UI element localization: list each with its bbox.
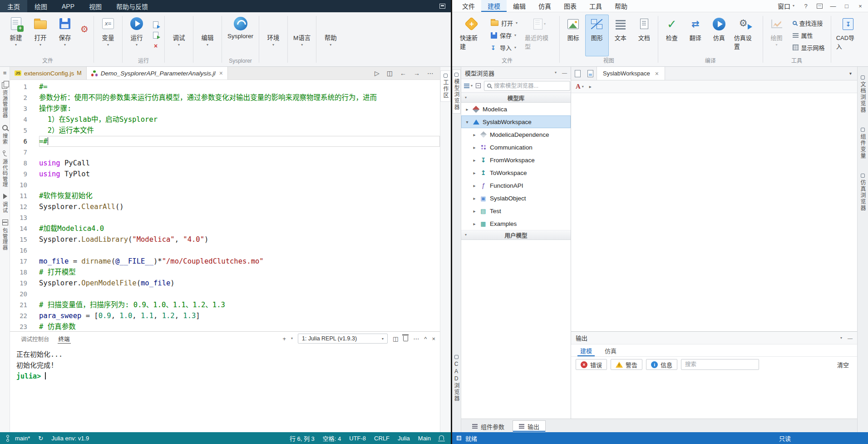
activity-item-package[interactable]: 包管理器	[1, 219, 9, 250]
expand-arrow-icon[interactable]: ▸	[472, 158, 477, 163]
tree-item-modelicadependence[interactable]: ▸ModelicaDependence	[461, 128, 571, 141]
maximize-panel-icon[interactable]: ^	[424, 335, 427, 342]
tab-debug-console[interactable]: 调试控制台	[16, 332, 54, 345]
text-view-button[interactable]: 文本	[609, 15, 632, 56]
plot-button[interactable]: 绘图▾	[765, 15, 789, 56]
collapse-arrow-icon[interactable]: ▾	[465, 120, 469, 125]
stop-button[interactable]: ×	[151, 42, 161, 50]
clear-output-button[interactable]: 清空	[833, 360, 853, 369]
canvas-tab-syslabworkspace[interactable]: SyslabWorkspace ×	[597, 67, 665, 80]
editor-tab-extensionconfig[interactable]: JS extensionConfig.js M	[10, 67, 87, 80]
activity-item-explorer[interactable]: 资源管理器	[1, 81, 9, 119]
menu-tab-tools[interactable]: 工具	[583, 0, 608, 12]
text-style-tool[interactable]: A▾	[576, 83, 584, 90]
diagram-canvas[interactable]	[571, 93, 857, 331]
more-icon[interactable]: ⋯	[413, 335, 419, 342]
settings-tool-button[interactable]: ⚙	[77, 22, 92, 36]
language-status[interactable]: Julia	[394, 432, 414, 444]
doc-view-button[interactable]: 文档	[632, 15, 656, 56]
activity-item-debug[interactable]: 调试	[1, 193, 9, 213]
quick-new-button[interactable]: 快速新建	[457, 15, 487, 56]
panel-dropdown-icon[interactable]: ▾	[555, 71, 557, 75]
errors-filter-button[interactable]: 错误	[576, 359, 607, 370]
tree-item-fromworkspace[interactable]: ▸FromWorkspace	[461, 154, 571, 166]
split-terminal-icon[interactable]: ◫	[393, 335, 398, 342]
menu-tab-simulation[interactable]: 仿真	[532, 0, 557, 12]
terminal-dropdown-icon[interactable]: ▾	[291, 337, 293, 340]
model-search-box[interactable]	[484, 81, 570, 91]
output-tab-simulation[interactable]: 仿真	[599, 344, 622, 356]
ribbon-tab-feedback[interactable]: 帮助与反馈	[109, 0, 155, 12]
editor-tab-demo-sysplorerapi[interactable]: Demo_SysplorerAPI_ParameterAnalysis.jl ×	[87, 67, 228, 80]
minimize-icon[interactable]: —	[826, 0, 840, 12]
icon-view-button[interactable]: 图标	[562, 15, 585, 56]
expand-arrow-icon[interactable]: ▸	[472, 209, 477, 214]
new-button[interactable]: 新建▾	[4, 14, 28, 57]
eol-status[interactable]: CRLF	[370, 432, 394, 444]
icon-page-button[interactable]	[584, 67, 597, 80]
output-search-box[interactable]	[681, 359, 759, 370]
menu-tab-file[interactable]: 文件	[456, 0, 481, 12]
bottom-tab-component-parameters[interactable]: 组件参数	[466, 420, 511, 432]
expand-arrow-icon[interactable]: ▸	[472, 221, 477, 226]
simulate-button[interactable]: 仿真	[707, 15, 731, 56]
diagram-view-button[interactable]: 图形	[585, 15, 609, 56]
expand-arrow-icon[interactable]: ▸	[472, 145, 477, 150]
warnings-filter-button[interactable]: 警告	[611, 359, 642, 370]
menu-tab-modeling[interactable]: 建模	[481, 0, 507, 12]
library-section-header[interactable]: ▾ 模型库	[461, 93, 571, 103]
ribbon-tab-plot[interactable]: 绘图	[27, 0, 54, 12]
run-section-button[interactable]	[151, 31, 161, 40]
tab-list-icon[interactable]: ▾	[844, 67, 857, 80]
run-button[interactable]: 运行▾	[124, 14, 149, 57]
sysplorer-button[interactable]: Sysplorer	[224, 14, 257, 57]
close-icon[interactable]: ×	[853, 0, 867, 12]
expand-arrow-icon[interactable]: ▸	[472, 170, 477, 175]
collapse-panel-icon[interactable]: —	[848, 335, 853, 341]
pin-ribbon-button[interactable]	[813, 0, 826, 12]
side-tab-simulation-browser[interactable]: 仿真浏览器	[858, 170, 867, 215]
help-button[interactable]: 帮助▾	[318, 14, 343, 57]
collapse-ribbon-button[interactable]	[434, 0, 451, 12]
close-panel-icon[interactable]: ×	[432, 335, 435, 342]
bottom-tab-output[interactable]: 输出	[513, 420, 546, 432]
tree-item-test[interactable]: ▸Test	[461, 205, 571, 217]
tree-item-communication[interactable]: ▸Communication	[461, 141, 571, 154]
cursor-position-status[interactable]: 行 6, 列 3	[286, 432, 319, 444]
side-tab-component-variables[interactable]: 组件变量	[858, 125, 867, 162]
tree-item-functionapi[interactable]: ▸FunctionAPI	[461, 179, 571, 192]
environment-button[interactable]: 环境▾	[261, 14, 286, 57]
edit-button[interactable]: 编辑▾	[195, 14, 220, 57]
output-search-input[interactable]	[685, 361, 755, 368]
menu-tab-help[interactable]: 帮助	[608, 0, 634, 12]
sync-button[interactable]: ↻	[34, 432, 47, 444]
expand-arrow-icon[interactable]: ▸	[472, 183, 477, 188]
module-status[interactable]: Main	[414, 432, 435, 444]
expand-arrow-icon[interactable]: ▸	[472, 132, 477, 137]
user-models-section-header[interactable]: ▾ 用户模型	[461, 230, 571, 240]
notifications-button[interactable]	[435, 432, 448, 444]
run-file-icon[interactable]: ▷	[375, 70, 380, 77]
filter-button[interactable]: ▾	[464, 84, 473, 88]
side-tab-model-browser[interactable]: 模型浏览器	[452, 70, 461, 114]
tab-terminal[interactable]: 终端	[54, 332, 74, 345]
open-button[interactable]: 打开▾	[28, 14, 53, 57]
save-model-button[interactable]: 保存▾	[488, 30, 520, 40]
properties-button[interactable]: 属性	[790, 30, 828, 40]
collapse-panel-icon[interactable]: —	[562, 70, 567, 75]
git-branch-status[interactable]: main*	[3, 432, 34, 444]
info-filter-button[interactable]: 信息	[646, 359, 677, 370]
collapse-all-button[interactable]	[476, 83, 481, 88]
import-button[interactable]: 导入▾	[488, 42, 520, 53]
debug-button[interactable]: 调试▾	[167, 14, 191, 57]
simulation-settings-button[interactable]: 仿真设置	[731, 15, 761, 56]
expand-arrow-icon[interactable]: ▸	[465, 107, 469, 112]
indentation-status[interactable]: 空格: 4	[319, 432, 345, 444]
tree-item-modelica[interactable]: ▸Modelica	[461, 103, 571, 115]
terminal-output[interactable]: 正在初始化... 初始化完成! julia>	[10, 345, 440, 432]
menu-tab-chart[interactable]: 图表	[557, 0, 583, 12]
cad-import-button[interactable]: ↧CAD导入	[833, 15, 863, 56]
window-menu[interactable]: 窗口▾	[773, 1, 799, 10]
recent-models-button[interactable]: ▾最近的模型	[522, 15, 557, 56]
close-tab-icon[interactable]: ×	[219, 70, 223, 77]
